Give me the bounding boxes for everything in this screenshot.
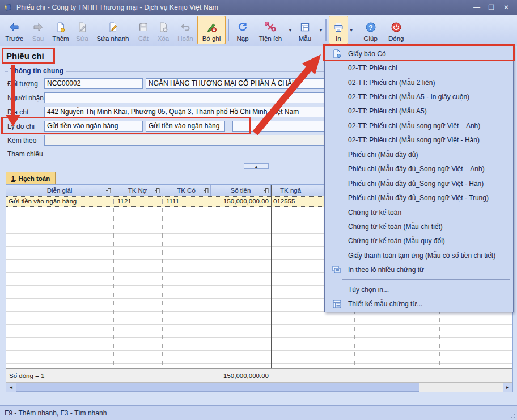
menu-item[interactable]: 02-TT: Phiếu chi (Mẫu 2 liên)	[325, 75, 512, 90]
menu-separator	[342, 279, 510, 280]
template-group[interactable]: Mẫu ▼	[293, 16, 323, 44]
scrollbar-thumb[interactable]	[16, 383, 419, 392]
svg-text:?: ?	[368, 24, 372, 32]
template-button[interactable]: Mẫu	[293, 16, 317, 44]
collapse-header-button[interactable]: ▲	[244, 163, 269, 169]
menu-item-annotation-box	[323, 44, 515, 61]
toolbar-separator	[228, 19, 229, 41]
section-title: Thông tin chung	[8, 67, 66, 75]
page-title: Phiếu chi	[6, 51, 44, 61]
maximize-button[interactable]: ❐	[484, 1, 499, 14]
menu-item[interactable]: Phiếu chi (Mẫu đầy đủ_Song ngữ Việt - Hà…	[325, 176, 512, 190]
red-arrow-down	[11, 65, 15, 116]
save-button: Cất	[134, 16, 153, 44]
grid-column-line	[113, 196, 114, 368]
scroll-left-button[interactable]: ◄	[6, 383, 16, 392]
power-icon	[391, 20, 402, 34]
design-template-icon	[325, 300, 348, 308]
voucher-form: Phiếu chi Thông tin chung Đối tượng NCC0…	[0, 46, 517, 405]
close-button[interactable]: ✕	[499, 1, 514, 14]
tools-icon	[265, 20, 276, 34]
pin-icon[interactable]	[155, 188, 160, 194]
menu-item[interactable]: Thiết kế mẫu chứng từ...	[325, 296, 512, 311]
grid-column-line	[271, 185, 272, 382]
tab-hach-toan[interactable]: 1. Hạch toán	[6, 172, 56, 184]
doi-tuong-code-field[interactable]: NCC00002	[44, 78, 143, 89]
tham-chieu-label: Tham chiếu	[7, 150, 44, 158]
col-dien-giai[interactable]: Diễn giải	[6, 185, 113, 196]
print-button[interactable]: In	[329, 16, 348, 44]
col-so-tien[interactable]: Số tiền	[211, 185, 271, 196]
menu-item[interactable]: 02-TT: Phiếu chi (Mẫu A5)	[325, 104, 512, 118]
pin-icon[interactable]	[106, 188, 111, 194]
reload-button[interactable]: Nạp	[231, 16, 254, 44]
window-title: Phiếu chi - Công ty TNHH Thương mại - Dị…	[16, 3, 469, 11]
menu-item[interactable]: Chứng từ kế toán	[325, 205, 512, 219]
resize-grip[interactable]	[510, 413, 516, 419]
menu-item[interactable]: Phiếu chi (Mẫu đầy đủ)	[325, 147, 512, 162]
template-caret-icon[interactable]: ▼	[319, 28, 323, 33]
ly-do-chi-annotation-box	[1, 117, 251, 134]
menu-item[interactable]: Tùy chọn in...	[325, 282, 512, 296]
template-icon	[299, 20, 311, 34]
refresh-icon	[237, 20, 248, 34]
delete-button: Xóa	[153, 16, 173, 44]
quick-edit-button[interactable]: Sửa nhanh	[92, 16, 134, 44]
arrow-left-icon	[9, 20, 20, 34]
toolbar-separator	[325, 19, 327, 41]
pin-icon[interactable]	[204, 188, 209, 194]
unpost-button[interactable]: Bỏ ghi	[197, 16, 226, 44]
total-amount: 150,000,000.00	[211, 372, 269, 379]
next-button: Sau	[27, 16, 49, 44]
menu-item[interactable]: Chứng từ kế toán (Mẫu chi tiết)	[325, 219, 512, 234]
print-group[interactable]: In ▼	[329, 16, 354, 44]
scroll-right-button[interactable]: ►	[503, 383, 512, 392]
grid-summary-row: Số dòng = 1 150,000,000.00	[6, 368, 512, 382]
batch-print-icon	[325, 266, 348, 274]
grid-column-line	[162, 196, 163, 368]
print-caret-icon[interactable]: ▼	[349, 28, 354, 33]
app-icon	[3, 3, 12, 12]
undo-button: Hoãn	[173, 16, 197, 44]
menu-item[interactable]: Phiếu chi (Mẫu đầy đủ_Song ngữ Việt - Tr…	[325, 190, 512, 205]
edit-document-icon	[77, 20, 88, 34]
title-bar: Phiếu chi - Công ty TNHH Thương mại - Dị…	[0, 0, 517, 15]
col-tk-no[interactable]: TK Nợ	[113, 185, 162, 196]
status-bar: F9 - Thêm nhanh, F3 - Tìm nhanh	[0, 405, 517, 420]
quick-edit-icon	[107, 20, 118, 34]
toolbar: Trước Sau Thêm Sửa Sửa nhanh Cất Xóa Hoã…	[0, 15, 517, 46]
prev-button[interactable]: Trước	[1, 16, 27, 44]
menu-item[interactable]: 02-TT: Phiếu chi	[325, 61, 512, 75]
minimize-button[interactable]: —	[469, 1, 484, 14]
utilities-button[interactable]: Tiện ích	[254, 16, 287, 44]
add-button[interactable]: Thêm	[49, 16, 73, 44]
close-form-button[interactable]: Đóng	[383, 16, 409, 44]
unpost-icon	[206, 20, 217, 34]
utilities-group[interactable]: Tiện ích ▼	[254, 16, 293, 44]
save-icon	[138, 20, 149, 34]
menu-item[interactable]: 02-TT: Phiếu chi (Mẫu song ngữ Việt - Hà…	[325, 133, 512, 147]
menu-item[interactable]: In theo lô nhiều chứng từ	[325, 263, 512, 277]
horizontal-scrollbar[interactable]: ◄ ►	[6, 382, 512, 392]
menu-item[interactable]: 02-TT: Phiếu chi (Mẫu song ngữ Việt – An…	[325, 118, 512, 133]
red-arrow-down-head	[6, 115, 20, 126]
status-text: F9 - Thêm nhanh, F3 - Tìm nhanh	[5, 409, 107, 417]
new-document-icon	[55, 20, 66, 34]
delete-document-icon	[158, 20, 169, 34]
utilities-caret-icon[interactable]: ▼	[288, 28, 293, 33]
menu-item[interactable]: 02-TT: Phiếu chi (Mẫu A5 - In giấy cuộn)	[325, 90, 512, 104]
edit-button: Sửa	[73, 16, 92, 44]
scrollbar-track[interactable]	[419, 383, 503, 392]
undo-icon	[180, 20, 191, 34]
menu-item[interactable]: Phiếu chi (Mẫu đầy đủ_Song ngữ Việt – An…	[325, 162, 512, 176]
print-dropdown-menu: Giấy báo Có 02-TT: Phiếu chi 02-TT: Phiế…	[324, 45, 514, 312]
menu-item[interactable]: Chứng từ kế toán (Mẫu quy đổi)	[325, 234, 512, 248]
col-tk-co[interactable]: TK Có	[162, 185, 211, 196]
kem-theo-label: Kèm theo	[7, 137, 44, 145]
help-button[interactable]: ? Giúp	[358, 16, 383, 44]
arrow-right-icon	[32, 20, 44, 34]
menu-item[interactable]: Giấy thanh toán tạm ứng (Mẫu có số tiền …	[325, 248, 512, 262]
printer-icon	[333, 20, 344, 34]
help-icon: ?	[365, 20, 376, 34]
pin-icon[interactable]	[264, 188, 269, 194]
